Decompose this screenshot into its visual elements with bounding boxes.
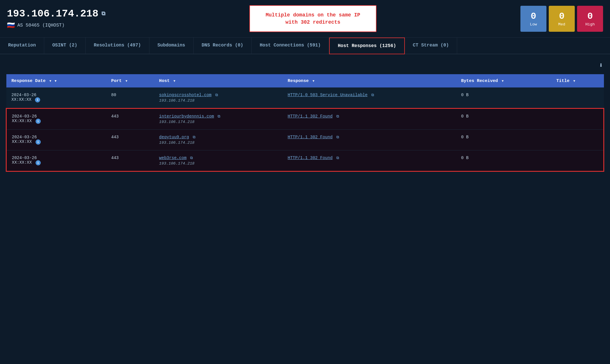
page-header: 193.106.174.218 ⧉ 🇷🇺 AS 50465 (IQHOST) M… bbox=[0, 0, 610, 38]
row3-port: 443 bbox=[106, 130, 154, 150]
tab-host-responses[interactable]: Host Responses (1256) bbox=[329, 38, 405, 54]
badge-low-label: Low bbox=[530, 22, 537, 27]
row2-response: HTTP/1.1 302 Found ⧉ bbox=[283, 109, 456, 130]
response-filter-icon[interactable]: ▼ bbox=[313, 79, 315, 83]
badge-med: 0 Med bbox=[549, 6, 575, 32]
response-date-filter-icon[interactable]: ▼ bbox=[49, 79, 51, 83]
tab-dns-records[interactable]: DNS Records (0) bbox=[194, 38, 252, 54]
row3-host-ip: 193.106.174.218 bbox=[159, 141, 277, 145]
row2-response-link[interactable]: HTTP/1.1 302 Found bbox=[288, 114, 333, 119]
row4-host: web3rse.com ⧉ 193.106.174.218 bbox=[154, 150, 283, 171]
col-response[interactable]: Response ▼ bbox=[283, 74, 456, 87]
row1-response: HTTP/1.0 503 Service Unavailable ⧉ bbox=[283, 87, 456, 109]
download-icon[interactable]: ⬇ bbox=[599, 61, 603, 70]
tab-host-connections[interactable]: Host Connections (591) bbox=[252, 38, 329, 54]
col-title[interactable]: Title ▼ bbox=[551, 74, 604, 87]
row4-info-icon[interactable]: i bbox=[36, 160, 41, 165]
col-response-date[interactable]: Response Date ▼ ▼ bbox=[6, 74, 106, 87]
badge-med-value: 0 bbox=[559, 11, 564, 22]
row4-bytes: 0 B bbox=[456, 150, 551, 171]
row2-port: 443 bbox=[106, 109, 154, 130]
table-header-row: Response Date ▼ ▼ Port ▼ Host ▼ Response bbox=[6, 74, 604, 87]
tab-ct-stream[interactable]: CT Stream (0) bbox=[405, 38, 457, 54]
badge-low: 0 Low bbox=[520, 6, 546, 32]
table-header: Response Date ▼ ▼ Port ▼ Host ▼ Response bbox=[6, 74, 604, 87]
row2-title bbox=[551, 109, 604, 130]
tab-bar: Reputation OSINT (2) Resolutions (497) S… bbox=[0, 38, 610, 54]
row4-response: HTTP/1.1 302 Found ⧉ bbox=[283, 150, 456, 171]
row4-response-copy-icon[interactable]: ⧉ bbox=[336, 156, 339, 160]
tab-resolutions[interactable]: Resolutions (497) bbox=[86, 38, 149, 54]
row2-host-link[interactable]: interiourbydennnis.com bbox=[159, 114, 214, 119]
row4-response-link[interactable]: HTTP/1.1 302 Found bbox=[288, 156, 333, 160]
row2-date: 2024-03-26 XX:XX:XX i bbox=[6, 109, 106, 130]
row1-title bbox=[551, 87, 604, 109]
bytes-filter-icon[interactable]: ▼ bbox=[502, 79, 504, 83]
row3-date: 2024-03-26 XX:XX:XX i bbox=[6, 130, 106, 150]
row4-host-link[interactable]: web3rse.com bbox=[159, 156, 187, 160]
table-wrapper: Response Date ▼ ▼ Port ▼ Host ▼ Response bbox=[6, 74, 604, 172]
country-flag: 🇷🇺 bbox=[7, 21, 15, 29]
main-content: ⬇ Response Date ▼ ▼ Port ▼ Host ▼ bbox=[0, 54, 610, 176]
row4-title bbox=[551, 150, 604, 171]
row3-host-copy-icon[interactable]: ⧉ bbox=[193, 135, 195, 139]
row2-host-ip: 193.106.174.218 bbox=[159, 120, 277, 124]
row3-host: deqytuu9.org ⧉ 193.106.174.218 bbox=[154, 130, 283, 150]
row1-host-copy-icon[interactable]: ⧉ bbox=[215, 93, 218, 97]
tab-subdomains[interactable]: Subdomains bbox=[149, 38, 194, 54]
tab-reputation[interactable]: Reputation bbox=[0, 38, 44, 54]
col-port[interactable]: Port ▼ bbox=[106, 74, 154, 87]
table-body: 2024-03-26 XX:XX:XX i 80 sokingscrosshot… bbox=[6, 87, 604, 171]
row3-title bbox=[551, 130, 604, 150]
row1-host: sokingscrosshotel.com ⧉ 193.106.174.218 bbox=[154, 87, 283, 109]
ip-info: 193.106.174.218 ⧉ 🇷🇺 AS 50465 (IQHOST) bbox=[7, 8, 105, 29]
badge-high: 0 High bbox=[577, 6, 603, 32]
row1-date: 2024-03-26 XX:XX:XX i bbox=[6, 87, 106, 109]
row1-response-copy-icon[interactable]: ⧉ bbox=[371, 93, 374, 97]
row3-response-link[interactable]: HTTP/1.1 302 Found bbox=[288, 135, 333, 139]
badge-med-label: Med bbox=[558, 22, 565, 27]
row1-info-icon[interactable]: i bbox=[35, 97, 40, 102]
title-filter-icon[interactable]: ▼ bbox=[573, 79, 575, 83]
host-filter-icon[interactable]: ▼ bbox=[173, 79, 175, 83]
row1-host-ip: 193.106.174.218 bbox=[159, 98, 277, 103]
ip-address: 193.106.174.218 bbox=[7, 8, 99, 20]
row4-port: 443 bbox=[106, 150, 154, 171]
warning-text: Multiple domains on the same IP with 302… bbox=[266, 12, 360, 25]
badge-high-label: High bbox=[585, 22, 595, 27]
row1-response-link[interactable]: HTTP/1.0 503 Service Unavailable bbox=[288, 93, 368, 97]
table-row-highlighted: 2024-03-26 XX:XX:XX i 443 interiourbyden… bbox=[6, 109, 604, 130]
row3-host-link[interactable]: deqytuu9.org bbox=[159, 135, 189, 139]
row4-host-copy-icon[interactable]: ⧉ bbox=[190, 156, 193, 160]
row3-response: HTTP/1.1 302 Found ⧉ bbox=[283, 130, 456, 150]
ip-copy-icon[interactable]: ⧉ bbox=[101, 11, 105, 17]
responses-table: Response Date ▼ ▼ Port ▼ Host ▼ Response bbox=[6, 74, 604, 172]
row1-bytes: 0 B bbox=[456, 87, 551, 109]
toolbar: ⬇ bbox=[6, 59, 604, 72]
port-filter-icon[interactable]: ▼ bbox=[125, 79, 127, 83]
col-bytes[interactable]: Bytes Received ▼ bbox=[456, 74, 551, 87]
table-row: 2024-03-26 XX:XX:XX i 80 sokingscrosshot… bbox=[6, 87, 604, 109]
warning-box: Multiple domains on the same IP with 302… bbox=[249, 5, 377, 32]
row2-info-icon[interactable]: i bbox=[36, 119, 41, 124]
row2-bytes: 0 B bbox=[456, 109, 551, 130]
row4-host-ip: 193.106.174.218 bbox=[159, 161, 277, 166]
row2-host: interiourbydennnis.com ⧉ 193.106.174.218 bbox=[154, 109, 283, 130]
ip-title: 193.106.174.218 ⧉ bbox=[7, 8, 105, 20]
tab-osint[interactable]: OSINT (2) bbox=[44, 38, 86, 54]
asn-info: 🇷🇺 AS 50465 (IQHOST) bbox=[7, 21, 105, 29]
row4-date: 2024-03-26 XX:XX:XX i bbox=[6, 150, 106, 171]
row1-port: 80 bbox=[106, 87, 154, 109]
row3-bytes: 0 B bbox=[456, 130, 551, 150]
row3-info-icon[interactable]: i bbox=[36, 139, 41, 145]
row2-host-copy-icon[interactable]: ⧉ bbox=[218, 114, 220, 119]
row1-host-link[interactable]: sokingscrosshotel.com bbox=[159, 93, 212, 97]
response-date-sort-icon[interactable]: ▼ bbox=[55, 79, 57, 83]
row3-response-copy-icon[interactable]: ⧉ bbox=[336, 135, 339, 139]
col-host[interactable]: Host ▼ bbox=[154, 74, 283, 87]
table-row-highlighted: 2024-03-26 XX:XX:XX i 443 deqytuu9.org ⧉… bbox=[6, 130, 604, 150]
row2-response-copy-icon[interactable]: ⧉ bbox=[336, 114, 339, 119]
asn-text: AS 50465 (IQHOST) bbox=[17, 23, 64, 28]
score-badges: 0 Low 0 Med 0 High bbox=[520, 6, 603, 32]
badge-low-value: 0 bbox=[531, 11, 536, 22]
